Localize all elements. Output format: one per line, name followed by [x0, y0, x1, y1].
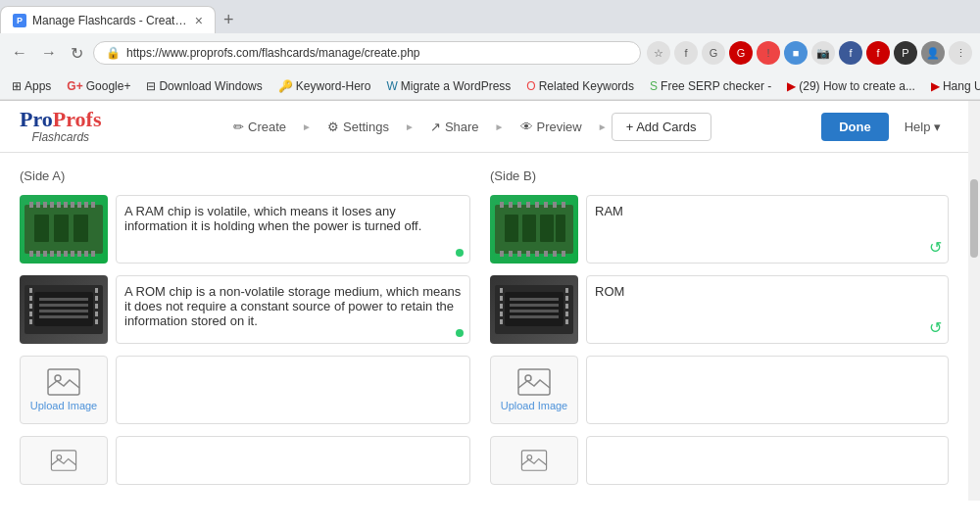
serp-icon: S: [650, 79, 658, 93]
bookmark-keyword-hero[interactable]: 🔑 Keyword-Hero: [274, 77, 375, 95]
upload-image-b-4[interactable]: [490, 436, 578, 485]
nav-arrow-4: ►: [598, 121, 608, 132]
svg-rect-52: [562, 202, 565, 208]
new-tab-button[interactable]: +: [216, 10, 242, 30]
extension-icon-2[interactable]: G: [702, 41, 725, 65]
bookmark-serp[interactable]: S Free SERP checker -: [646, 77, 775, 95]
back-button[interactable]: ←: [8, 40, 31, 66]
bookmark-download-windows[interactable]: ⊟ Download Windows: [142, 77, 266, 95]
bookmark-yt2-label: Hang Ups (Want You...: [943, 79, 980, 93]
bookmark-related-kw[interactable]: O Related Keywords: [522, 77, 638, 95]
svg-rect-50: [544, 202, 548, 208]
card-3-text-a[interactable]: [116, 356, 470, 424]
nav-create-label: Create: [248, 120, 286, 134]
address-bar: ← → ↻ 🔒 https://www.proprofs.com/flashca…: [0, 33, 980, 72]
forward-button[interactable]: →: [37, 40, 61, 66]
svg-rect-30: [29, 288, 32, 293]
url-bar[interactable]: 🔒 https://www.proprofs.com/flashcards/ma…: [93, 41, 641, 65]
extension-icon-camera[interactable]: 📷: [811, 41, 835, 65]
user-avatar[interactable]: 👤: [921, 41, 945, 65]
logo-pro: Pro: [20, 107, 53, 131]
logo-pro-red: Profs: [53, 107, 102, 131]
svg-rect-80: [565, 319, 568, 324]
card-3-text-b[interactable]: [586, 356, 949, 424]
toolbar-icons: ☆ f G G ! ■ 📷 f f P 👤 ⋮: [647, 41, 972, 65]
svg-rect-62: [522, 215, 536, 242]
svg-rect-78: [565, 304, 568, 309]
svg-rect-11: [29, 251, 33, 257]
extension-icon-4[interactable]: !: [757, 41, 780, 65]
done-button[interactable]: Done: [821, 113, 889, 141]
bookmark-youtube-1[interactable]: ▶ (29) How to create a...: [783, 77, 919, 95]
svg-rect-35: [95, 288, 98, 293]
svg-point-43: [57, 456, 62, 460]
nav-settings-label: Settings: [343, 120, 389, 134]
svg-point-41: [55, 375, 61, 381]
card-1-text-b[interactable]: RAM ↺: [586, 195, 949, 264]
svg-rect-6: [64, 202, 68, 208]
svg-rect-64: [556, 215, 565, 242]
card-1-side-a: A RAM chip is volatile, which means it l…: [20, 195, 470, 264]
tab-close-button[interactable]: ×: [195, 13, 203, 28]
svg-rect-70: [510, 315, 559, 318]
card-2-refresh-icon[interactable]: ↺: [929, 318, 942, 337]
card-4-text-a[interactable]: [116, 436, 470, 485]
extension-icon-1[interactable]: f: [674, 41, 698, 65]
card-2-text-b[interactable]: ROM ↺: [586, 275, 949, 344]
bookmark-apps-label: Apps: [24, 79, 51, 93]
card-1-text-a-content: A RAM chip is volatile, which means it l…: [124, 204, 421, 233]
bookmark-apps[interactable]: ⊞ Apps: [8, 77, 55, 95]
nav-preview[interactable]: 👁 Preview: [509, 114, 594, 140]
extension-icon-5[interactable]: ■: [784, 41, 808, 65]
upload-image-a-4[interactable]: [20, 436, 108, 485]
card-4-text-b[interactable]: [586, 436, 949, 485]
svg-rect-12: [36, 251, 40, 257]
extension-icon-pro[interactable]: P: [894, 41, 917, 65]
nav-share[interactable]: ↗ Share: [418, 114, 491, 140]
tab-favicon: P: [13, 14, 26, 27]
card-1-image-a[interactable]: [20, 195, 108, 264]
rom-chip-svg: [24, 280, 103, 339]
keyword-hero-icon: 🔑: [278, 79, 293, 93]
menu-button[interactable]: ⋮: [949, 41, 972, 65]
svg-rect-4: [50, 202, 54, 208]
extension-icon-f2[interactable]: f: [866, 41, 890, 65]
extension-icon-3[interactable]: G: [729, 41, 753, 65]
svg-rect-20: [91, 251, 95, 257]
bookmark-migrate-wp[interactable]: W Migrate a WordPress: [383, 77, 515, 95]
image-placeholder-icon-a-4: [50, 450, 77, 471]
svg-rect-47: [517, 202, 521, 208]
card-2-image-a[interactable]: [20, 275, 108, 344]
svg-rect-15: [57, 251, 61, 257]
card-2-image-b[interactable]: [490, 275, 578, 344]
pencil-icon: ✏: [233, 120, 244, 134]
svg-rect-19: [84, 251, 88, 257]
bookmark-star-icon[interactable]: ☆: [647, 41, 670, 65]
help-button[interactable]: Help ▾: [897, 114, 949, 140]
tab-bar: P Manage Flashcards - Create Free... × +: [0, 0, 980, 33]
card-4-side-a: [20, 436, 470, 485]
active-tab[interactable]: P Manage Flashcards - Create Free... ×: [0, 6, 216, 33]
upload-image-a-3[interactable]: Upload Image: [20, 356, 108, 424]
add-cards-button[interactable]: + Add Cards: [612, 113, 711, 141]
ram-chip-b-svg: [495, 200, 573, 259]
svg-rect-68: [510, 304, 559, 307]
nav-settings[interactable]: ⚙ Settings: [316, 114, 401, 140]
nav-create[interactable]: ✏ Create: [221, 114, 298, 140]
svg-rect-72: [500, 296, 503, 301]
gear-icon: ⚙: [327, 120, 339, 134]
card-1-text-a[interactable]: A RAM chip is volatile, which means it l…: [116, 195, 470, 264]
upload-image-b-3[interactable]: Upload Image: [490, 356, 578, 424]
card-1-image-b[interactable]: [490, 195, 578, 264]
refresh-button[interactable]: ↻: [67, 40, 87, 67]
bookmark-serp-label: Free SERP checker -: [661, 79, 771, 93]
scrollbar[interactable]: [968, 101, 980, 501]
extension-icon-f[interactable]: f: [839, 41, 862, 65]
scrollbar-thumb[interactable]: [970, 179, 978, 258]
card-2-text-a[interactable]: A ROM chip is a non-volatile storage med…: [116, 275, 470, 344]
bookmark-google-plus[interactable]: G+ Google+: [63, 77, 134, 95]
bookmark-youtube-2[interactable]: ▶ Hang Ups (Want You...: [927, 77, 980, 95]
image-placeholder-icon-b-3: [517, 368, 551, 396]
svg-rect-49: [535, 202, 539, 208]
card-1-refresh-icon[interactable]: ↺: [929, 238, 942, 257]
